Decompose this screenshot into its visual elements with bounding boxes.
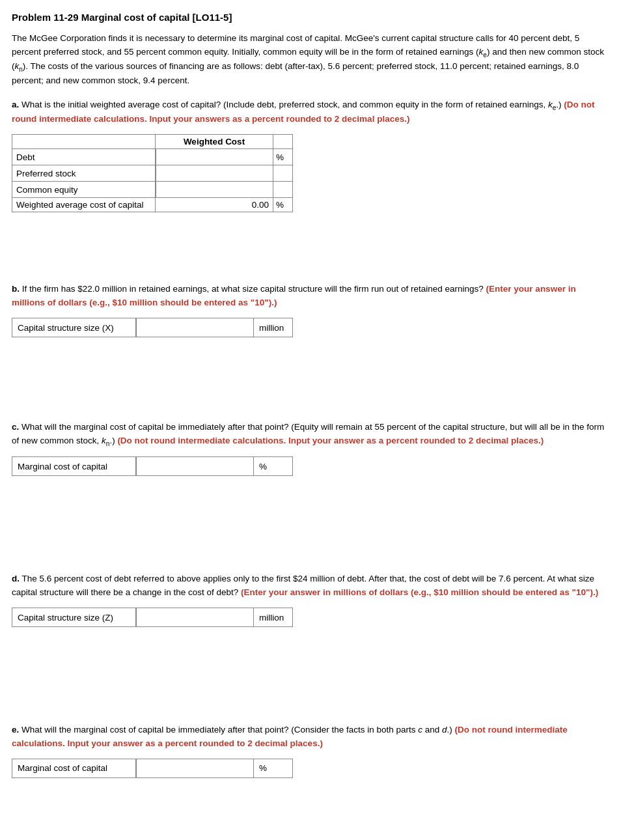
marginal-cost-e-label: Marginal cost of capital xyxy=(12,759,136,777)
wacc-value: 0.00 xyxy=(156,198,273,212)
debt-input-cell[interactable] xyxy=(156,149,273,165)
preferred-stock-input[interactable] xyxy=(156,165,273,181)
table-col-label xyxy=(12,135,156,149)
page-title: Problem 11-29 Marginal cost of capital [… xyxy=(12,12,609,23)
wacc-table: Weighted Cost Debt % Preferred stock Com xyxy=(12,134,293,212)
table-row: Marginal cost of capital % xyxy=(12,457,293,476)
part-b-question: b. If the firm has $22.0 million in reta… xyxy=(12,283,609,310)
part-e-instruction: (Do not round intermediate calculations.… xyxy=(12,725,568,748)
table-row: Capital structure size (X) million xyxy=(12,318,293,337)
table-col-weighted-cost: Weighted Cost xyxy=(156,135,273,149)
table-row: Weighted average cost of capital 0.00 % xyxy=(12,198,293,212)
part-a-instruction: (Do not round intermediate calculations.… xyxy=(12,100,595,124)
capital-structure-x-label: Capital structure size (X) xyxy=(12,318,136,337)
common-equity-input-cell[interactable] xyxy=(156,182,273,198)
preferred-stock-unit xyxy=(273,165,293,182)
part-e-block: e. What will the marginal cost of capita… xyxy=(12,723,609,778)
part-d-instruction: (Enter your answer in millions of dollar… xyxy=(241,587,598,597)
capital-structure-z-input-cell[interactable] xyxy=(136,608,254,627)
table-row: Common equity xyxy=(12,182,293,198)
capital-structure-z-input[interactable] xyxy=(136,608,253,626)
part-c-instruction: (Do not round intermediate calculations.… xyxy=(117,436,544,445)
table-row: Preferred stock xyxy=(12,165,293,182)
intro-paragraph: The McGee Corporation finds it is necess… xyxy=(12,32,609,88)
preferred-stock-input-cell[interactable] xyxy=(156,165,273,182)
part-b-instruction: (Enter your answer in millions of dollar… xyxy=(12,284,576,307)
marginal-cost-c-table: Marginal cost of capital % xyxy=(12,456,293,476)
capital-structure-z-label: Capital structure size (Z) xyxy=(12,608,136,627)
common-equity-unit xyxy=(273,182,293,198)
part-a-question: a. What is the initial weighted average … xyxy=(12,98,609,126)
capital-structure-x-input[interactable] xyxy=(136,318,253,337)
capital-structure-z-table: Capital structure size (Z) million xyxy=(12,608,293,627)
wacc-unit: % xyxy=(273,198,293,212)
part-e-question: e. What will the marginal cost of capita… xyxy=(12,723,609,751)
marginal-cost-c-label: Marginal cost of capital xyxy=(12,457,136,476)
common-equity-input[interactable] xyxy=(156,182,273,197)
table-col-unit xyxy=(273,135,293,149)
marginal-cost-c-input-cell[interactable] xyxy=(136,457,254,476)
marginal-cost-e-table: Marginal cost of capital % xyxy=(12,759,293,778)
table-row: Capital structure size (Z) million xyxy=(12,608,293,627)
part-d-block: d. The 5.6 percent cost of debt referred… xyxy=(12,572,609,627)
debt-unit: % xyxy=(273,149,293,165)
debt-input[interactable] xyxy=(156,149,273,165)
capital-structure-x-input-cell[interactable] xyxy=(136,318,254,337)
wacc-label: Weighted average cost of capital xyxy=(12,198,156,212)
part-b-block: b. If the firm has $22.0 million in reta… xyxy=(12,283,609,337)
preferred-stock-label: Preferred stock xyxy=(12,165,156,182)
capital-structure-x-table: Capital structure size (X) million xyxy=(12,318,293,337)
capital-structure-x-unit: million xyxy=(254,318,293,337)
part-d-question: d. The 5.6 percent cost of debt referred… xyxy=(12,572,609,600)
part-c-question: c. What will the marginal cost of capita… xyxy=(12,421,609,449)
marginal-cost-c-unit: % xyxy=(254,457,293,476)
table-row: Marginal cost of capital % xyxy=(12,759,293,777)
common-equity-label: Common equity xyxy=(12,182,156,198)
part-a-block: a. What is the initial weighted average … xyxy=(12,98,609,212)
marginal-cost-c-input[interactable] xyxy=(136,457,253,475)
debt-label: Debt xyxy=(12,149,156,165)
capital-structure-z-unit: million xyxy=(254,608,293,627)
part-c-block: c. What will the marginal cost of capita… xyxy=(12,421,609,476)
marginal-cost-e-input-cell[interactable] xyxy=(136,759,254,777)
table-row: Debt % xyxy=(12,149,293,165)
marginal-cost-e-input[interactable] xyxy=(136,759,253,777)
marginal-cost-e-unit: % xyxy=(254,759,293,777)
